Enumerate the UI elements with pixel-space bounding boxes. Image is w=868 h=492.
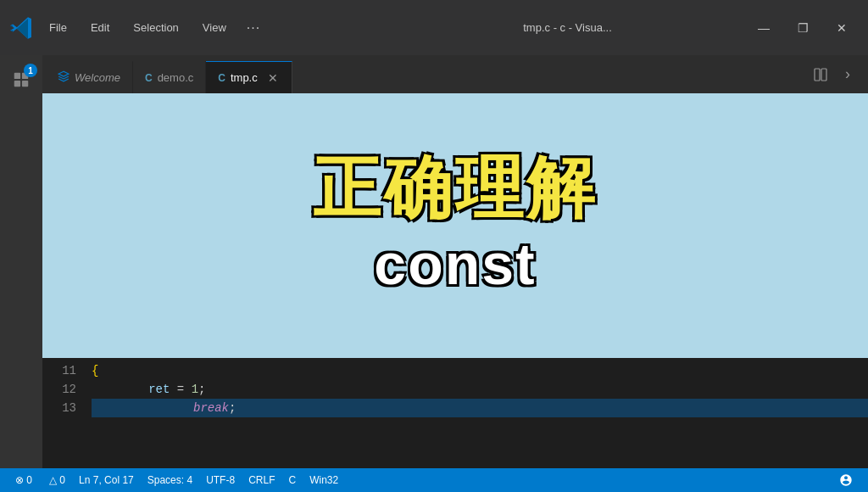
code-content[interactable]: { ret = 1 ; break ;	[85, 358, 868, 468]
split-editor-icon[interactable]	[807, 61, 834, 88]
code-line-13: break ;	[92, 399, 868, 417]
minimize-button[interactable]: —	[744, 13, 783, 43]
svg-rect-4	[815, 69, 820, 81]
code-op-eq: =	[170, 380, 191, 399]
status-platform[interactable]: Win32	[303, 468, 345, 492]
welcome-tab-icon	[58, 70, 70, 85]
tab-tmp-label: tmp.c	[231, 71, 258, 84]
svg-rect-2	[14, 81, 20, 87]
status-language[interactable]: C	[281, 468, 303, 492]
status-errors[interactable]: ⊗ 0	[8, 468, 39, 492]
tab-demo[interactable]: C demo.c	[133, 61, 206, 93]
tab-demo-label: demo.c	[158, 71, 194, 84]
close-button[interactable]: ✕	[822, 13, 861, 43]
code-semicolon-12: ;	[198, 380, 205, 399]
app-icon	[7, 0, 37, 55]
more-actions-icon[interactable]: ›	[834, 61, 861, 88]
overlay-zh-text: 正确理解	[313, 154, 598, 222]
tab-tmp-close[interactable]: ✕	[266, 70, 280, 87]
tab-tmp[interactable]: C tmp.c ✕	[206, 61, 292, 93]
code-line-12: ret = 1 ;	[92, 380, 868, 399]
svg-rect-5	[821, 69, 826, 81]
svg-rect-3	[22, 81, 28, 87]
app-window: File Edit Selection View ··· tmp.c - c -…	[0, 0, 868, 492]
menu-selection[interactable]: Selection	[121, 0, 190, 55]
titlebar: File Edit Selection View ··· tmp.c - c -…	[0, 0, 868, 55]
menu-more[interactable]: ···	[238, 0, 269, 55]
statusbar: ⊗ 0 △ 0 Ln 7, Col 17 Spaces: 4 UTF-8 CRL…	[0, 468, 868, 492]
overlay-texts: 正确理解 const	[313, 154, 598, 297]
code-line-11: {	[92, 361, 868, 380]
tab-right-icons: ›	[807, 55, 868, 93]
line-num-11: 11	[42, 361, 76, 380]
maximize-button[interactable]: ❐	[783, 13, 822, 43]
window-controls: — ❐ ✕	[744, 13, 861, 43]
menu-edit[interactable]: Edit	[79, 0, 121, 55]
demo-tab-icon: C	[145, 72, 153, 84]
line-numbers: 11 12 13	[42, 358, 85, 468]
menu-view[interactable]: View	[191, 0, 238, 55]
tab-welcome[interactable]: Welcome	[46, 61, 133, 93]
status-warnings[interactable]: △ 0	[42, 468, 72, 492]
status-encoding[interactable]: UTF-8	[199, 468, 242, 492]
line-num-13: 13	[42, 399, 76, 417]
code-num-1: 1	[192, 380, 198, 399]
window-title: tmp.c - c - Visua...	[391, 21, 744, 34]
status-spaces[interactable]: Spaces: 4	[141, 468, 199, 492]
tmp-tab-icon: C	[218, 72, 225, 84]
status-left: ⊗ 0 △ 0	[8, 468, 72, 492]
menu-file[interactable]: File	[37, 0, 79, 55]
line-num-12: 12	[42, 380, 76, 399]
code-var-ret: ret	[92, 380, 170, 399]
svg-rect-0	[14, 73, 20, 79]
status-position[interactable]: Ln 7, Col 17	[72, 468, 141, 492]
status-feedback[interactable]	[832, 468, 860, 492]
menu-bar: File Edit Selection View ···	[37, 0, 391, 55]
code-keyword-break: break	[193, 399, 229, 417]
code-semicolon-13: ;	[229, 399, 236, 417]
tab-welcome-label: Welcome	[75, 71, 120, 84]
editor-section: 1 Welcome C demo.c C tmp.c	[0, 55, 868, 468]
explorer-badge: 1	[24, 64, 37, 77]
status-right	[832, 468, 860, 492]
tab-bar: Welcome C demo.c C tmp.c ✕ ›	[42, 55, 868, 93]
activity-bar: 1	[0, 55, 42, 468]
overlay-en-text: const	[313, 231, 598, 297]
sidebar-item-explorer[interactable]: 1	[0, 59, 42, 101]
editor-main: Welcome C demo.c C tmp.c ✕ ›	[42, 55, 868, 468]
code-brace-open: {	[92, 361, 98, 380]
overlay-area: 正确理解 const	[42, 93, 868, 358]
code-editor: 11 12 13 { ret = 1 ;	[42, 358, 868, 468]
status-line-ending[interactable]: CRLF	[242, 468, 281, 492]
